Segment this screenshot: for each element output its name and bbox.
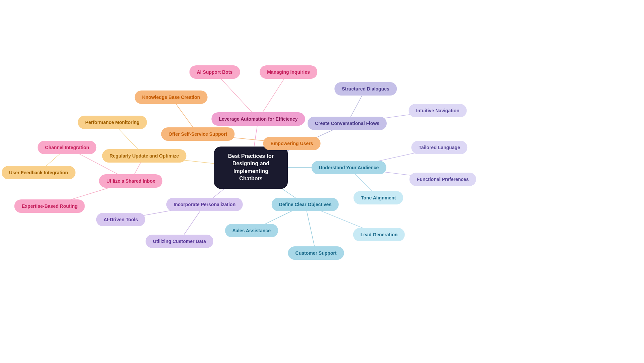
node-knowledge_base[interactable]: Knowledge Base Creation [135, 90, 208, 104]
node-utilizing_customer_data[interactable]: Utilizing Customer Data [146, 235, 213, 248]
node-incorporate_personalization[interactable]: Incorporate Personalization [166, 198, 243, 211]
node-structured_dialogues[interactable]: Structured Dialogues [334, 82, 397, 96]
node-lead_generation[interactable]: Lead Generation [353, 228, 405, 241]
node-sales_assistance[interactable]: Sales Assistance [225, 224, 278, 237]
node-tailored_language[interactable]: Tailored Language [411, 141, 467, 154]
node-channel_integration[interactable]: Channel Integration [38, 141, 96, 154]
node-managing_inquiries[interactable]: Managing Inquiries [260, 65, 317, 79]
mind-map: Best Practices for Designing and Impleme… [0, 0, 644, 363]
node-ai_driven_tools[interactable]: AI-Driven Tools [96, 213, 145, 226]
node-intuitive_navigation[interactable]: Intuitive Navigation [409, 104, 467, 117]
connections-svg [0, 0, 644, 363]
node-utilize_shared_inbox[interactable]: Utilize a Shared Inbox [99, 174, 162, 188]
node-performance_monitoring[interactable]: Performance Monitoring [78, 116, 147, 129]
node-functional_preferences[interactable]: Functional Preferences [410, 173, 476, 186]
node-ai_support_bots[interactable]: AI Support Bots [190, 65, 240, 79]
node-leverage_automation[interactable]: Leverage Automation for Efficiency [211, 112, 305, 126]
node-empowering_users[interactable]: Empowering Users [263, 137, 321, 150]
node-offer_self_service[interactable]: Offer Self-Service Support [161, 127, 234, 141]
node-define_clear_objectives[interactable]: Define Clear Objectives [272, 198, 339, 211]
node-customer_support[interactable]: Customer Support [288, 246, 344, 260]
node-understand_audience[interactable]: Understand Your Audience [312, 161, 386, 174]
node-user_feedback[interactable]: User Feedback Integration [2, 166, 75, 179]
node-expertise_routing[interactable]: Expertise-Based Routing [14, 199, 85, 213]
node-create_conversational_flows[interactable]: Create Conversational Flows [308, 117, 387, 130]
node-regularly_update[interactable]: Regularly Update and Optimize [102, 149, 186, 163]
node-tone_alignment[interactable]: Tone Alignment [354, 191, 403, 204]
node-center[interactable]: Best Practices for Designing and Impleme… [214, 146, 288, 189]
